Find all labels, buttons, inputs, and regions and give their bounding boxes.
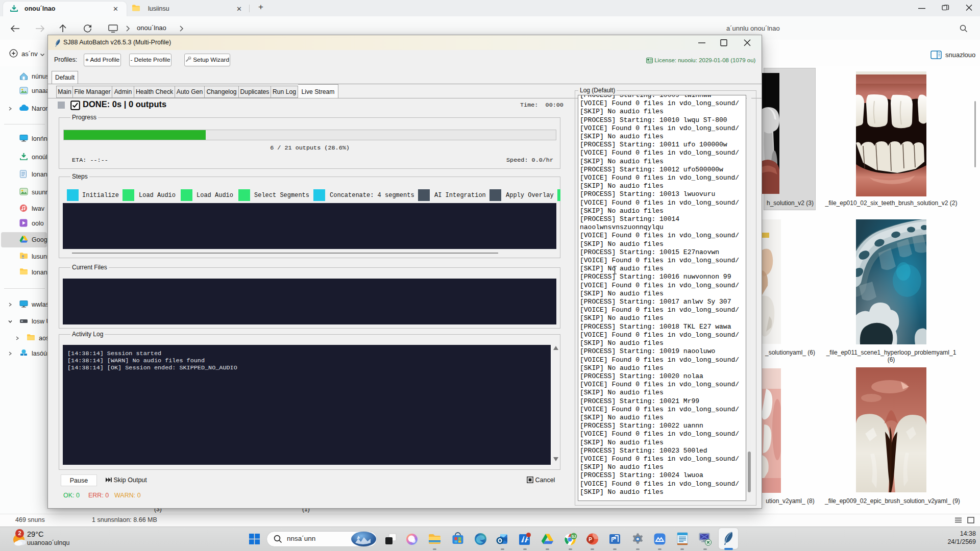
svg-text:SJ: SJ [572, 535, 576, 538]
svg-text:P: P [589, 537, 592, 542]
